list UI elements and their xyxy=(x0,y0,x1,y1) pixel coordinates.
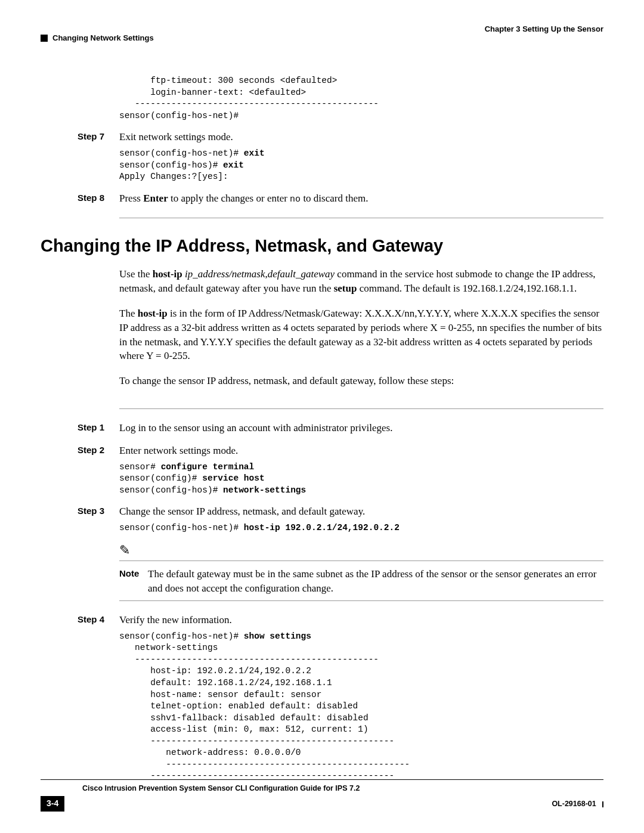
step-text: Enter network settings mode. xyxy=(119,444,603,458)
code-block: sensor(config-hos-net)# exit sensor(conf… xyxy=(119,148,603,183)
step-text: Log in to the sensor using an account wi… xyxy=(119,421,603,435)
note: NoteThe default gateway must be in the s… xyxy=(119,567,603,596)
body-paragraph: The host-ip is in the form of IP Address… xyxy=(119,306,603,363)
footer-guide-title: Cisco Intrusion Prevention System Sensor… xyxy=(82,784,603,794)
note-icon: ✎ xyxy=(119,541,603,560)
code-block: sensor(config-hos-net)# host-ip 192.0.2.… xyxy=(119,522,603,534)
step-text: Press Enter to apply the changes or ente… xyxy=(119,191,603,206)
body-paragraph: Use the host-ip ip_address/netmask,defau… xyxy=(119,267,603,296)
step: Step 7Exit network settings mode. xyxy=(41,130,603,144)
page-number: 3-4 xyxy=(41,796,64,812)
header-marker-icon xyxy=(41,35,48,42)
step-label: Step 4 xyxy=(41,613,119,627)
code-block: sensor(config-hos-net)# show settings ne… xyxy=(119,631,603,782)
step-text: Change the sensor IP address, netmask, a… xyxy=(119,504,603,519)
code-block: sensor# configure terminal sensor(config… xyxy=(119,462,603,497)
step-label: Step 8 xyxy=(41,191,119,206)
step: Step 8Press Enter to apply the changes o… xyxy=(41,191,603,206)
body-paragraph: To change the sensor IP address, netmask… xyxy=(119,374,603,388)
step-label: Step 2 xyxy=(41,444,119,458)
note-label: Note xyxy=(119,567,148,580)
step: Step 1Log in to the sensor using an acco… xyxy=(41,421,603,435)
section-title: Changing Network Settings xyxy=(52,33,154,44)
step: Step 4Verify the new information. xyxy=(41,613,603,627)
code-block-top: ftp-timeout: 300 seconds <defaulted> log… xyxy=(119,75,603,122)
heading-section: Changing the IP Address, Netmask, and Ga… xyxy=(41,234,603,258)
step-label: Step 1 xyxy=(41,421,119,435)
page-footer: Cisco Intrusion Prevention System Sensor… xyxy=(41,779,603,812)
divider xyxy=(119,218,603,218)
step-label: Step 7 xyxy=(41,130,119,144)
page-content: ftp-timeout: 300 seconds <defaulted> log… xyxy=(41,72,603,773)
divider xyxy=(119,408,603,409)
step: Step 3Change the sensor IP address, netm… xyxy=(41,504,603,519)
step-label: Step 3 xyxy=(41,504,119,519)
footer-rule xyxy=(41,779,603,780)
doc-id: OL-29168-01 xyxy=(552,800,596,808)
note-text: The default gateway must be in the same … xyxy=(148,567,603,596)
step-text: Verify the new information. xyxy=(119,613,603,627)
step-text: Exit network settings mode. xyxy=(119,130,603,144)
footer-marker-icon xyxy=(602,801,603,807)
section-header: Changing Network Settings xyxy=(41,33,603,44)
step: Step 2Enter network settings mode. xyxy=(41,444,603,458)
